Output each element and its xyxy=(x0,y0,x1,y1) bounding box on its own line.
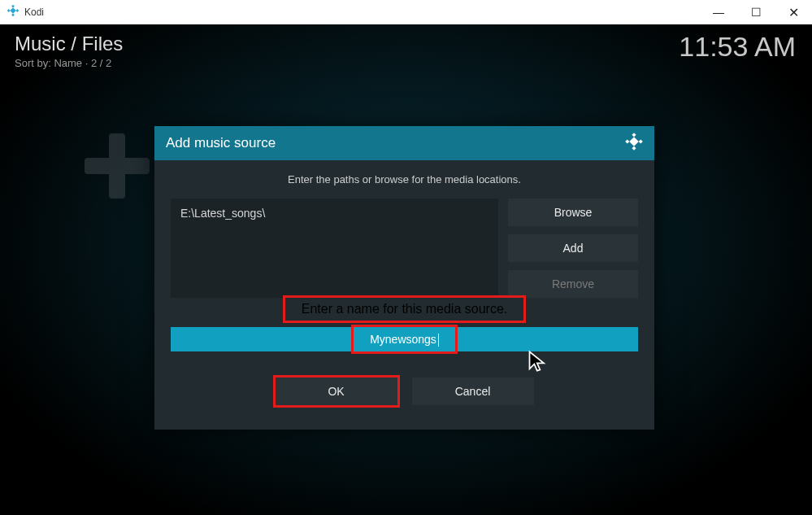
window-controls: ― ☐ ✕ xyxy=(700,0,812,24)
svg-rect-11 xyxy=(629,137,639,146)
dialog-header: Add music source xyxy=(154,126,654,160)
cancel-button[interactable]: Cancel xyxy=(412,378,534,405)
clock: 11:53 AM xyxy=(679,31,796,63)
add-button[interactable]: Add xyxy=(508,234,638,262)
window-titlebar: Kodi ― ☐ ✕ xyxy=(0,0,812,24)
svg-rect-6 xyxy=(85,158,150,174)
add-source-tile[interactable] xyxy=(81,130,153,202)
breadcrumb-sort: Sort by: Name · 2 / 2 xyxy=(15,57,123,69)
svg-rect-9 xyxy=(625,139,629,143)
svg-rect-10 xyxy=(639,139,643,143)
window-title: Kodi xyxy=(24,7,44,18)
breadcrumb-path: Music / Files xyxy=(15,33,123,55)
svg-rect-8 xyxy=(632,146,636,151)
source-name-value: Mynewsongs xyxy=(370,333,436,346)
svg-rect-2 xyxy=(7,9,11,12)
path-item[interactable]: E:\Latest_songs\ xyxy=(180,207,489,220)
source-name-input[interactable]: Mynewsongs xyxy=(171,327,638,351)
breadcrumb: Music / Files Sort by: Name · 2 / 2 xyxy=(15,33,123,69)
kodi-icon xyxy=(7,4,20,20)
source-name-label: Enter a name for this media source. xyxy=(285,298,523,321)
minimize-button[interactable]: ― xyxy=(700,0,737,24)
close-button[interactable]: ✕ xyxy=(775,0,812,24)
browse-button[interactable]: Browse xyxy=(508,199,638,226)
svg-rect-0 xyxy=(11,5,15,8)
maximize-button[interactable]: ☐ xyxy=(737,0,775,24)
app-body: Music / Files Sort by: Name · 2 / 2 11:5… xyxy=(0,24,812,515)
paths-list[interactable]: E:\Latest_songs\ xyxy=(171,199,498,298)
dialog-instruction: Enter the paths or browse for the media … xyxy=(171,173,638,185)
svg-rect-4 xyxy=(10,7,16,14)
dialog-title: Add music source xyxy=(166,135,276,151)
add-music-source-dialog: Add music source Enter the paths or brow… xyxy=(154,126,654,430)
svg-rect-1 xyxy=(11,13,15,16)
ok-button[interactable]: OK xyxy=(276,378,397,405)
remove-button: Remove xyxy=(508,270,638,298)
kodi-logo-icon xyxy=(625,133,643,154)
svg-rect-7 xyxy=(632,133,636,137)
svg-rect-3 xyxy=(15,9,19,12)
text-caret xyxy=(438,334,439,347)
